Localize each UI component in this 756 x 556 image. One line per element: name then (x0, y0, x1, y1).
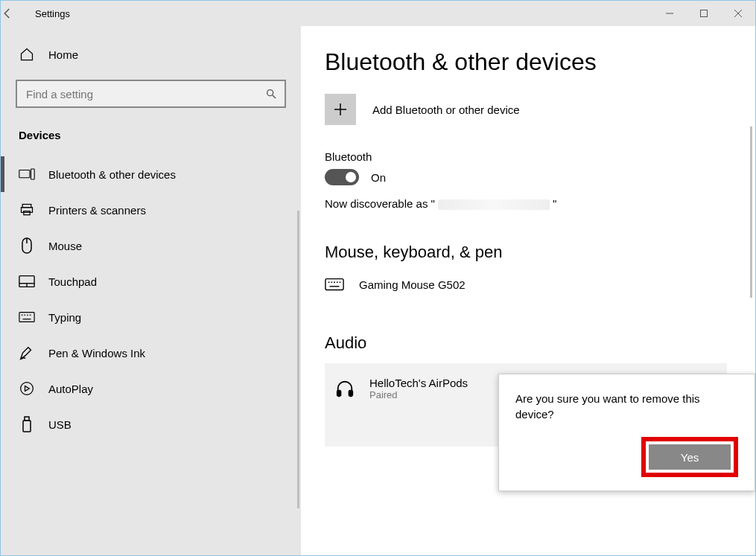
svg-rect-35 (349, 391, 353, 396)
svg-point-22 (21, 383, 34, 395)
redacted-name (438, 199, 550, 210)
sidebar-item-label: Printers & scanners (48, 204, 146, 217)
back-button[interactable] (1, 7, 35, 20)
sidebar-scrollbar[interactable] (297, 211, 299, 508)
maximize-button[interactable] (687, 1, 721, 26)
search-icon (265, 88, 277, 100)
svg-rect-16 (19, 313, 34, 322)
autoplay-icon (19, 381, 35, 396)
main-panel: Bluetooth & other devices Add Bluetooth … (301, 26, 755, 555)
keyboard-icon (19, 311, 35, 323)
svg-line-5 (273, 95, 276, 98)
svg-rect-6 (19, 170, 30, 178)
section-heading: Devices (16, 108, 286, 147)
close-button[interactable] (721, 1, 755, 26)
svg-rect-9 (22, 208, 33, 213)
device-name: HelloTech's AirPods (369, 377, 468, 389)
sidebar-item-bluetooth[interactable]: Bluetooth & other devices (16, 156, 286, 192)
mouse-section-heading: Mouse, keyboard, & pen (325, 243, 733, 262)
bluetooth-state: On (371, 171, 386, 184)
window-controls (652, 1, 755, 26)
window-title: Settings (35, 8, 70, 19)
bluetooth-label: Bluetooth (325, 150, 733, 163)
sidebar-item-usb[interactable]: USB (16, 406, 286, 442)
sidebar-item-label: Bluetooth & other devices (48, 168, 176, 181)
titlebar: Settings (1, 1, 755, 26)
discover-prefix: Now discoverable as " (325, 197, 435, 210)
device-row-mouse[interactable]: Gaming Mouse G502 (325, 272, 733, 296)
sidebar-item-label: Typing (48, 311, 81, 324)
device-status: Paired (369, 389, 468, 400)
search-input[interactable] (25, 87, 265, 101)
keyboard-device-icon (325, 277, 344, 292)
tutorial-highlight: Yes (641, 437, 738, 477)
home-label: Home (48, 48, 78, 61)
discoverable-text: Now discoverable as "" (325, 197, 733, 210)
sidebar-item-label: Mouse (48, 240, 82, 252)
pen-icon (19, 345, 35, 361)
nav-list: Bluetooth & other devices Printers & sca… (16, 156, 286, 442)
main-scrollbar[interactable] (750, 127, 752, 298)
headphones-icon (335, 378, 355, 399)
svg-rect-7 (31, 169, 35, 179)
svg-rect-34 (337, 391, 341, 396)
svg-rect-10 (24, 211, 30, 215)
sidebar: Home Devices Bluetooth & other devices (1, 26, 301, 555)
sidebar-item-label: AutoPlay (48, 383, 93, 395)
mouse-icon (19, 237, 35, 254)
sidebar-item-pen[interactable]: Pen & Windows Ink (16, 335, 286, 371)
dialog-message: Are you sure you want to remove this dev… (515, 391, 738, 422)
svg-rect-24 (23, 421, 31, 432)
touchpad-icon (19, 275, 35, 288)
plus-icon (325, 94, 356, 125)
sidebar-item-label: USB (48, 418, 72, 431)
svg-rect-8 (22, 205, 31, 208)
sidebar-item-typing[interactable]: Typing (16, 299, 286, 335)
sidebar-item-printers[interactable]: Printers & scanners (16, 192, 286, 228)
device-name: Gaming Mouse G502 (359, 278, 466, 291)
yes-button[interactable]: Yes (649, 444, 731, 470)
bluetooth-toggle[interactable] (325, 169, 359, 185)
settings-window: Settings Home (0, 0, 756, 556)
confirm-remove-dialog: Are you sure you want to remove this dev… (498, 374, 755, 491)
minimize-button[interactable] (652, 1, 687, 26)
sidebar-item-autoplay[interactable]: AutoPlay (16, 371, 286, 406)
svg-rect-1 (701, 10, 708, 17)
sidebar-item-touchpad[interactable]: Touchpad (16, 263, 286, 299)
home-nav[interactable]: Home (16, 41, 286, 80)
add-device-label: Add Bluetooth or other device (372, 103, 520, 116)
sidebar-item-mouse[interactable]: Mouse (16, 228, 286, 263)
active-indicator (1, 156, 4, 192)
usb-icon (19, 416, 35, 432)
sidebar-item-label: Touchpad (48, 275, 97, 288)
devices-icon (19, 167, 35, 181)
discover-suffix: " (553, 197, 556, 210)
home-icon (19, 47, 35, 62)
printer-icon (19, 202, 35, 217)
sidebar-item-label: Pen & Windows Ink (48, 347, 145, 360)
audio-section-heading: Audio (325, 333, 733, 353)
add-device-button[interactable]: Add Bluetooth or other device (325, 94, 733, 125)
page-title: Bluetooth & other devices (325, 48, 733, 76)
svg-rect-27 (325, 279, 343, 290)
svg-point-4 (267, 90, 273, 96)
search-box[interactable] (16, 80, 286, 108)
